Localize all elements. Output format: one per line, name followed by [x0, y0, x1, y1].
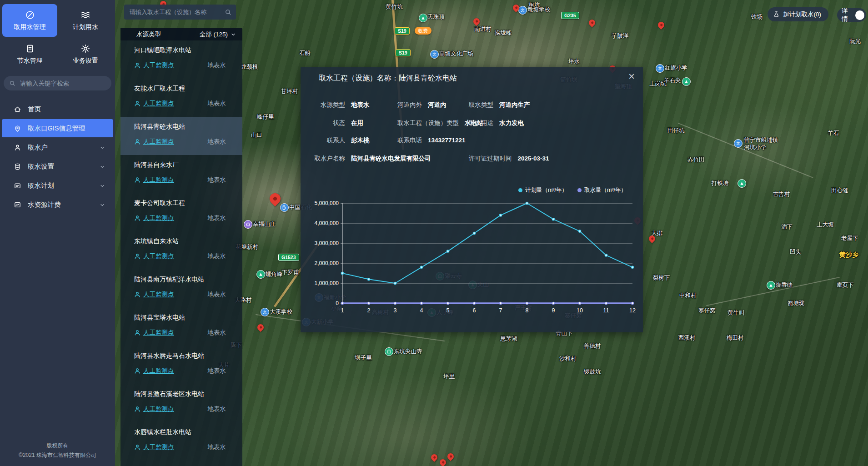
water-source-label: 地表水	[208, 367, 226, 375]
sidebar-item-4[interactable]: 取水设置	[2, 157, 113, 175]
detail-row: 取水户名称陆河县青砼水电发展有限公司许可证过期时间2025-03-31	[313, 155, 634, 164]
data-point[interactable]	[447, 302, 449, 304]
map-pin-marker[interactable]	[446, 452, 455, 461]
close-icon[interactable]: ×	[628, 70, 635, 83]
detail-field: 河道内外河道内	[397, 101, 447, 109]
sidebar-item-3[interactable]: 取水户	[2, 138, 113, 156]
data-point[interactable]	[341, 272, 343, 274]
data-point[interactable]	[552, 302, 554, 304]
monitor-link[interactable]: 人工监测点	[134, 252, 174, 261]
sidebar-item-2[interactable]: 取水口GIS信息管理	[2, 119, 113, 137]
data-point[interactable]	[578, 230, 581, 232]
module-3[interactable]: 节水管理	[2, 40, 57, 68]
module-4[interactable]: 业务设置	[59, 40, 112, 68]
data-point[interactable]	[341, 302, 343, 304]
monitor-link[interactable]: 人工监测点	[134, 61, 174, 70]
mountain-icon[interactable]	[682, 77, 691, 86]
data-point[interactable]	[367, 278, 370, 281]
data-point[interactable]	[499, 214, 502, 216]
detail-toggle[interactable]: 详情	[837, 8, 866, 22]
data-point[interactable]	[552, 218, 554, 220]
school-icon[interactable]: 文	[261, 308, 269, 316]
list-item[interactable]: 水唇镇水栏肚水电站人工监测点地表水	[120, 422, 242, 461]
sidebar-item-6[interactable]: 水资源计费	[2, 195, 113, 214]
monitor-link[interactable]: 人工监测点	[134, 329, 174, 337]
list-item[interactable]: 陆河县宝塔水电站人工监测点地表水	[120, 308, 242, 346]
data-point[interactable]	[420, 266, 422, 268]
sidebar-item-5[interactable]: 取水计划	[2, 176, 113, 195]
monitor-link[interactable]: 人工监测点	[134, 291, 174, 299]
monitor-link[interactable]: 人工监测点	[134, 100, 174, 108]
sidebar-search-box[interactable]	[4, 76, 111, 90]
monitor-label: 人工监测点	[143, 138, 174, 146]
mountain-icon[interactable]	[767, 281, 775, 290]
data-point[interactable]	[367, 302, 370, 304]
data-point[interactable]	[605, 302, 607, 304]
data-point[interactable]	[526, 302, 528, 304]
data-point[interactable]	[473, 302, 475, 304]
gear-icon	[80, 44, 90, 54]
list-item[interactable]: 陆河县南万镇杞洋水电站人工监测点地表水	[120, 270, 242, 308]
module-2[interactable]: 计划用水	[59, 4, 112, 37]
temple-icon[interactable]	[385, 347, 393, 356]
mountain-icon[interactable]	[738, 179, 746, 188]
station-detail-modal: 取水工程（设施）名称：陆河县青砼水电站 × 水源类型地表水河道内外河道内取水类型…	[301, 67, 643, 332]
legend-item[interactable]: 取水量（m³/年）	[577, 186, 627, 194]
list-item[interactable]: 陆河县青砼水电站人工监测点地表水	[120, 117, 242, 155]
data-point[interactable]	[605, 254, 607, 256]
list-item[interactable]: 陆河县自来水厂人工监测点地表水	[120, 155, 242, 193]
map-pin-marker[interactable]	[267, 191, 283, 206]
mountain-icon[interactable]	[256, 270, 265, 279]
sidebar-search-input[interactable]	[19, 80, 106, 87]
school-icon[interactable]: 文	[656, 64, 664, 73]
legend-item[interactable]: 计划量（m³/年）	[518, 186, 567, 194]
module-1[interactable]: 取用水管理	[2, 4, 57, 37]
person-icon	[134, 291, 140, 298]
data-point[interactable]	[420, 302, 422, 304]
data-point[interactable]	[473, 232, 475, 234]
list-item[interactable]: 东坑镇自来水站人工监测点地表水	[120, 231, 242, 270]
sidebar-item-1[interactable]: 首页	[2, 100, 113, 118]
over-plan-badge[interactable]: 超计划取水(0)	[768, 7, 828, 21]
map-pin-marker[interactable]	[587, 18, 597, 27]
resort-icon[interactable]	[244, 220, 252, 229]
data-point[interactable]	[526, 202, 528, 204]
map-pin-marker[interactable]	[657, 20, 666, 30]
map-pin-marker[interactable]	[438, 458, 447, 466]
list-item[interactable]: 友能水厂取水工程人工监测点地表水	[120, 79, 242, 117]
monitor-link[interactable]: 人工监测点	[134, 405, 174, 413]
data-point[interactable]	[394, 282, 396, 284]
svg-text:文: 文	[736, 141, 740, 145]
data-point[interactable]	[631, 266, 633, 268]
svg-text:文: 文	[263, 310, 266, 314]
search-icon[interactable]	[225, 9, 231, 15]
station-search-input[interactable]	[129, 8, 225, 16]
mountain-icon[interactable]	[419, 14, 427, 22]
data-point[interactable]	[631, 302, 633, 304]
data-point[interactable]	[499, 302, 502, 304]
school-icon[interactable]: 文	[430, 50, 439, 59]
fuel-icon[interactable]	[280, 203, 289, 212]
monitor-link[interactable]: 人工监测点	[134, 443, 174, 451]
map-pin-marker[interactable]	[472, 17, 481, 26]
map-pin-marker[interactable]	[430, 453, 439, 462]
map-place-label: 大溪学校	[270, 309, 292, 316]
list-item[interactable]: 河口镇唱歌潭水电站人工监测点地表水	[120, 40, 242, 79]
data-point[interactable]	[578, 302, 581, 304]
toggle-knob-icon[interactable]	[855, 10, 864, 20]
list-item[interactable]: 麦卡公司取水工程人工监测点地表水	[120, 193, 242, 231]
school-icon[interactable]: 文	[734, 139, 743, 148]
data-point[interactable]	[394, 302, 396, 304]
school-icon[interactable]: 文	[518, 6, 527, 15]
list-item[interactable]: 陆河县激石溪老区水电站人工监测点地表水	[120, 384, 242, 422]
filter-dropdown[interactable]: 全部 (125)	[200, 30, 236, 39]
monitor-link[interactable]: 人工监测点	[134, 176, 174, 184]
map-pin-marker[interactable]	[256, 323, 265, 332]
monitor-link[interactable]: 人工监测点	[134, 214, 174, 222]
data-point[interactable]	[447, 250, 449, 252]
station-search-box[interactable]	[124, 5, 236, 20]
chart-legend: 计划量（m³/年）取水量（m³/年）	[518, 186, 627, 194]
monitor-link[interactable]: 人工监测点	[134, 367, 174, 375]
monitor-link[interactable]: 人工监测点	[134, 138, 174, 146]
list-item[interactable]: 陆河县水唇走马石水电站人工监测点地表水	[120, 346, 242, 384]
